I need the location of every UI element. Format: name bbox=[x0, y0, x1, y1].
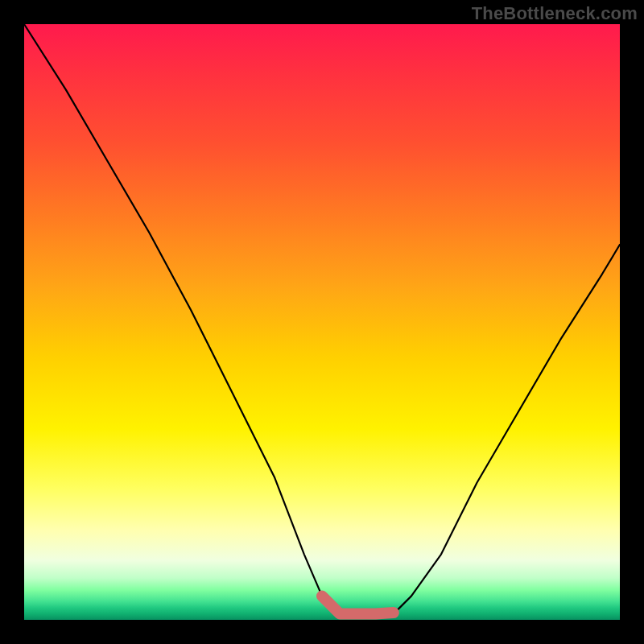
plot-area bbox=[24, 24, 620, 620]
plot-svg bbox=[24, 24, 620, 620]
optimal-segment-path bbox=[322, 596, 394, 613]
chart-frame: TheBottleneck.com bbox=[0, 0, 644, 644]
watermark-text: TheBottleneck.com bbox=[472, 3, 638, 24]
bottleneck-curve-path bbox=[24, 24, 620, 614]
